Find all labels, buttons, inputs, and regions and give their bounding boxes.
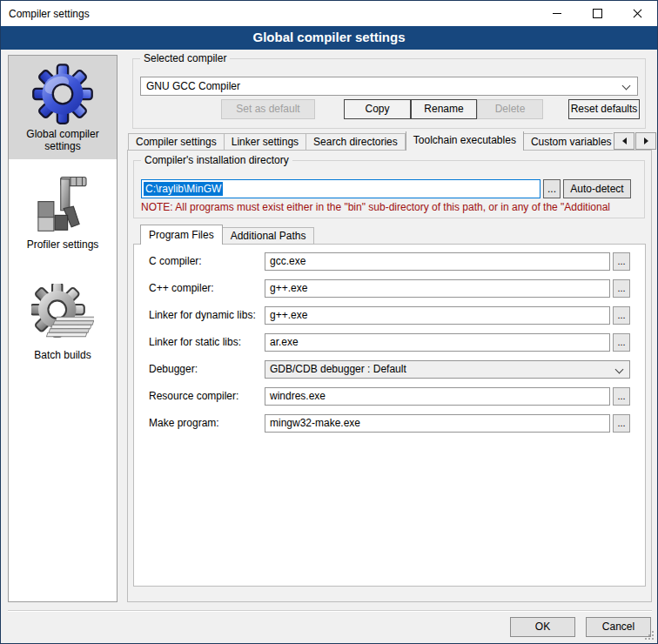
- resource-compiler-row: Resource compiler: windres.exe ...: [134, 387, 645, 406]
- debugger-select[interactable]: GDB/CDB debugger : Default: [265, 360, 630, 379]
- dynamic-linker-browse-button[interactable]: ...: [613, 306, 630, 325]
- gray-gear-stack-icon: [31, 284, 94, 346]
- static-linker-row: Linker for static libs: ar.exe ...: [134, 333, 645, 352]
- sidebar-item-profiler-settings[interactable]: Profiler settings: [9, 166, 117, 258]
- close-button[interactable]: [617, 1, 657, 26]
- toolchain-executables-panel: Compiler's installation directory C:\ray…: [127, 150, 652, 602]
- blue-gear-icon: [31, 63, 94, 125]
- dynamic-linker-input[interactable]: g++.exe: [265, 306, 610, 325]
- tab-custom-variables[interactable]: Custom variables: [524, 133, 613, 151]
- delete-button[interactable]: Delete: [477, 99, 543, 119]
- close-icon: [632, 8, 643, 19]
- selected-compiler-legend: Selected compiler: [140, 52, 230, 64]
- cpp-compiler-browse-button[interactable]: ...: [613, 279, 630, 298]
- sidebar-item-global-compiler-settings[interactable]: Global compiler settings: [9, 56, 117, 159]
- tab-scroll-left-button[interactable]: [614, 132, 634, 150]
- compiler-select-value: GNU GCC Compiler: [146, 80, 240, 92]
- c-compiler-input[interactable]: gcc.exe: [265, 252, 610, 271]
- tab-scroll-buttons: [613, 132, 656, 150]
- dynamic-linker-label: Linker for dynamic libs:: [149, 306, 256, 325]
- footer-separator: [8, 610, 652, 612]
- copy-button[interactable]: Copy: [344, 99, 411, 119]
- debugger-label: Debugger:: [149, 360, 198, 379]
- cpp-compiler-input[interactable]: g++.exe: [265, 279, 610, 298]
- make-program-input[interactable]: mingw32-make.exe: [265, 414, 610, 433]
- selected-compiler-group: Selected compiler GNU GCC Compiler Set a…: [132, 58, 646, 129]
- resize-grip[interactable]: [645, 631, 654, 640]
- resource-compiler-label: Resource compiler:: [149, 387, 238, 406]
- window-controls: [537, 1, 657, 26]
- cpp-compiler-label: C++ compiler:: [149, 279, 214, 298]
- static-linker-input[interactable]: ar.exe: [265, 333, 610, 352]
- tab-search-directories[interactable]: Search directories: [306, 133, 406, 151]
- tab-toolchain-executables[interactable]: Toolchain executables: [406, 131, 524, 151]
- settings-sidebar: Global compiler settings Profiler se: [8, 55, 118, 602]
- reset-defaults-button[interactable]: Reset defaults: [568, 99, 640, 119]
- maximize-icon: [593, 9, 602, 18]
- sidebar-item-label: Global compiler settings: [10, 128, 115, 152]
- install-dir-selected-text: C:\raylib\MinGW: [144, 182, 223, 196]
- debugger-select-value: GDB/CDB debugger : Default: [270, 363, 406, 375]
- tab-scroll-right-button[interactable]: [635, 132, 656, 150]
- make-program-browse-button[interactable]: ...: [613, 414, 630, 433]
- program-files-panel: C compiler: gcc.exe ... C++ compiler: g+…: [133, 244, 646, 587]
- browse-install-dir-button[interactable]: ...: [543, 179, 561, 198]
- set-as-default-button[interactable]: Set as default: [221, 99, 315, 119]
- minimize-icon: [553, 13, 561, 14]
- auto-detect-button[interactable]: Auto-detect: [563, 179, 631, 198]
- static-linker-label: Linker for static libs:: [149, 333, 241, 352]
- tab-additional-paths[interactable]: Additional Paths: [223, 227, 315, 245]
- c-compiler-row: C compiler: gcc.exe ...: [134, 252, 645, 271]
- sidebar-item-label: Batch builds: [10, 349, 115, 361]
- bin-subdirectory-note: NOTE: All programs must exist either in …: [141, 201, 641, 213]
- make-program-row: Make program: mingw32-make.exe ...: [134, 414, 645, 433]
- arrow-left-icon: [622, 138, 627, 144]
- installation-directory-legend: Compiler's installation directory: [141, 154, 292, 166]
- tab-compiler-settings[interactable]: Compiler settings: [128, 133, 225, 151]
- c-compiler-browse-button[interactable]: ...: [613, 252, 630, 271]
- debugger-row: Debugger: GDB/CDB debugger : Default: [134, 360, 645, 379]
- sub-tab-strip: Program Files Additional Paths: [140, 225, 314, 245]
- ok-button[interactable]: OK: [510, 617, 575, 637]
- c-compiler-label: C compiler:: [149, 252, 202, 271]
- rename-button[interactable]: Rename: [411, 99, 477, 119]
- caliper-tool-icon: [31, 173, 94, 236]
- tab-program-files[interactable]: Program Files: [140, 225, 223, 245]
- page-title: Global compiler settings: [1, 26, 657, 50]
- titlebar: Compiler settings: [1, 1, 657, 26]
- compiler-settings-dialog: Compiler settings Global compiler settin…: [0, 0, 658, 644]
- cpp-compiler-row: C++ compiler: g++.exe ...: [134, 279, 645, 298]
- make-program-label: Make program:: [149, 414, 219, 433]
- main-tab-strip: Compiler settings Linker settings Search…: [128, 131, 613, 151]
- sidebar-item-batch-builds[interactable]: Batch builds: [9, 277, 117, 368]
- sidebar-item-label: Profiler settings: [10, 238, 115, 251]
- static-linker-browse-button[interactable]: ...: [613, 333, 630, 352]
- install-dir-input[interactable]: C:\raylib\MinGW: [141, 179, 540, 198]
- minimize-button[interactable]: [537, 1, 577, 26]
- arrow-right-icon: [644, 138, 648, 144]
- resize-grip-dots: [645, 638, 647, 640]
- dynamic-linker-row: Linker for dynamic libs: g++.exe ...: [134, 306, 645, 325]
- cancel-button[interactable]: Cancel: [586, 617, 651, 637]
- chevron-down-icon: [622, 82, 631, 91]
- resource-compiler-input[interactable]: windres.exe: [265, 387, 610, 406]
- chevron-down-icon: [615, 366, 624, 374]
- compiler-select[interactable]: GNU GCC Compiler: [140, 77, 638, 96]
- maximize-button[interactable]: [577, 1, 617, 26]
- resource-compiler-browse-button[interactable]: ...: [613, 387, 630, 406]
- window-title: Compiler settings: [9, 8, 90, 20]
- installation-directory-group: Compiler's installation directory C:\ray…: [133, 160, 645, 218]
- tab-linker-settings[interactable]: Linker settings: [225, 133, 306, 151]
